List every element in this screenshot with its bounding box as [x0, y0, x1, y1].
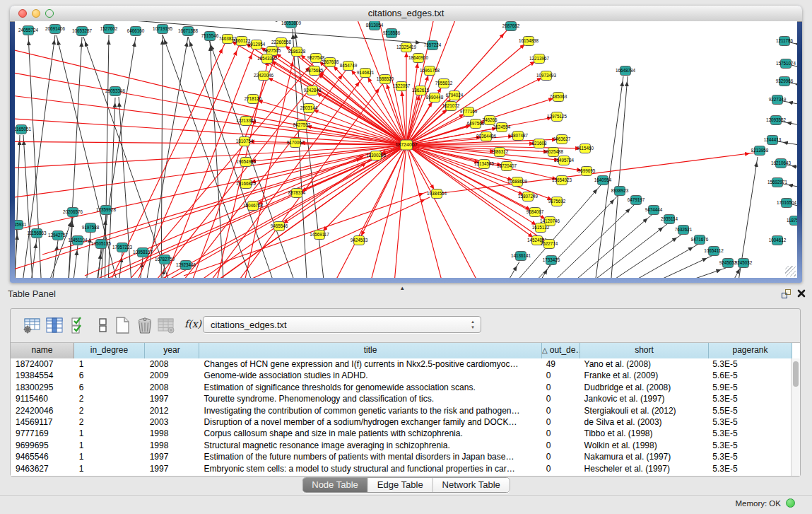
graph-node[interactable]: 9465546: [271, 222, 288, 231]
scrollbar-thumb[interactable]: [793, 361, 799, 387]
table-row[interactable]: 1872400712008Changes of HCN gene express…: [11, 358, 791, 370]
graph-node[interactable]: 8213958: [751, 146, 769, 156]
graph-node[interactable]: 746266: [482, 116, 498, 125]
table-row[interactable]: 2242004622012Investigating the contribut…: [11, 405, 791, 416]
graph-node[interactable]: 10719195: [153, 25, 173, 34]
graph-node[interactable]: 12325419: [396, 43, 417, 52]
graph-node[interactable]: 17359928: [96, 206, 117, 215]
graph-node[interactable]: 7557224: [424, 41, 442, 50]
network-window[interactable]: citations_edges.txt 24055724206914061065…: [10, 6, 802, 283]
graph-node[interactable]: 16648784: [616, 66, 636, 76]
graph-node[interactable]: 3915931: [15, 221, 27, 230]
table-selector-dropdown[interactable]: citations_edges.txt ▲▼: [203, 316, 481, 333]
graph-node[interactable]: 1244413: [764, 136, 782, 145]
graph-node[interactable]: 1187533: [787, 216, 797, 226]
graph-node[interactable]: 16495784: [554, 156, 575, 165]
graph-node[interactable]: 9699695: [578, 167, 596, 176]
table-body[interactable]: 1872400712008Changes of HCN gene express…: [11, 358, 791, 476]
citation-network-graph[interactable]: 2405572420691406106532871527602646616010…: [15, 21, 797, 278]
graph-node[interactable]: 9375685: [306, 66, 324, 76]
graph-node[interactable]: 1640954: [594, 176, 612, 185]
graph-node[interactable]: 22260558: [271, 38, 292, 47]
show-column-icon[interactable]: [45, 315, 64, 335]
column-header-out_de[interactable]: △out_de…: [542, 343, 580, 358]
graph-node[interactable]: 6466160: [127, 27, 145, 36]
table-type-segmented-control[interactable]: Node TableEdge TableNetwork Table: [302, 477, 510, 493]
float-panel-icon[interactable]: [780, 288, 792, 300]
graph-node[interactable]: 29053346: [105, 87, 126, 96]
graph-node[interactable]: 7955812: [435, 79, 453, 88]
delete-trash-icon[interactable]: [135, 315, 155, 335]
graph-node[interactable]: 16782759: [155, 255, 175, 264]
graph-node[interactable]: 1322057: [393, 82, 411, 91]
tab-node-table[interactable]: Node Table: [302, 478, 368, 492]
graph-node[interactable]: 1211786: [776, 37, 794, 46]
graph-node[interactable]: 14569117: [310, 230, 329, 240]
graph-node[interactable]: 9245032: [735, 259, 753, 268]
graph-node[interactable]: 9146821: [357, 69, 375, 78]
window-titlebar[interactable]: citations_edges.txt: [10, 6, 802, 22]
graph-node[interactable]: 14136141: [511, 252, 531, 261]
graph-node[interactable]: 15692971: [767, 178, 788, 187]
graph-node[interactable]: 16154838: [519, 37, 539, 46]
tab-network-table[interactable]: Network Table: [433, 478, 510, 492]
graph-node[interactable]: 7632621: [675, 226, 693, 235]
select-columns-icon[interactable]: [69, 315, 88, 335]
table-settings-icon[interactable]: [22, 315, 42, 335]
graph-node[interactable]: 3624554: [493, 123, 511, 132]
graph-node[interactable]: 15134545: [474, 160, 495, 169]
table-row[interactable]: 1938455462009Genome-wide association stu…: [11, 370, 791, 381]
column-header-year[interactable]: year: [145, 343, 199, 358]
graph-node[interactable]: 12213967: [529, 54, 550, 64]
graph-node[interactable]: 2087682: [502, 22, 520, 31]
column-header-pagerank[interactable]: pagerank: [709, 343, 792, 358]
table-row[interactable]: 911546021997Tourette syndrome. Phenomeno…: [11, 393, 791, 404]
graph-node[interactable]: 8938923: [611, 187, 629, 196]
graph-node[interactable]: 9115460: [577, 144, 594, 153]
new-document-icon[interactable]: [112, 315, 132, 335]
graph-node[interactable]: 19384554: [427, 189, 447, 199]
graph-node[interactable]: 1733426: [543, 256, 560, 265]
graph-node[interactable]: 15751074: [776, 59, 796, 69]
graph-node[interactable]: 7515546: [201, 32, 219, 41]
close-panel-icon[interactable]: [796, 288, 806, 298]
graph-node[interactable]: 17016504: [777, 199, 797, 208]
graph-node[interactable]: 24055724: [18, 26, 39, 35]
graph-node[interactable]: 18300295: [366, 151, 387, 160]
graph-node[interactable]: 11156863: [27, 229, 47, 238]
graph-node[interactable]: 1621072: [442, 102, 460, 111]
graph-node[interactable]: 7485063: [550, 93, 567, 102]
table-scrollbar[interactable]: [791, 358, 800, 476]
graph-node[interactable]: 9227349: [769, 95, 787, 105]
graph-node[interactable]: 25165051: [15, 125, 31, 134]
graph-node[interactable]: 20691406: [45, 25, 66, 34]
graph-node[interactable]: 9875692: [548, 197, 566, 206]
graph-node[interactable]: 6479197: [628, 196, 645, 205]
graph-node[interactable]: 12093582: [766, 116, 787, 125]
graph-node[interactable]: 621608: [531, 139, 547, 148]
graph-node[interactable]: 9218586: [383, 29, 401, 38]
table-header-row[interactable]: namein_degreeyeartitle△out_de…shortpager…: [11, 343, 800, 359]
graph-node[interactable]: 10025488: [543, 148, 564, 157]
graph-node[interactable]: 12975125: [547, 112, 567, 122]
column-header-in_degree[interactable]: in_degree: [74, 343, 145, 358]
graph-node[interactable]: 7386312: [491, 148, 509, 157]
table-row[interactable]: 969969511998Structural magnetic resonanc…: [11, 440, 791, 451]
graph-node[interactable]: 9197588: [82, 223, 100, 233]
graph-node[interactable]: 10653287: [72, 27, 93, 36]
column-header-short[interactable]: short: [580, 343, 709, 358]
graph-node[interactable]: 18640910: [408, 54, 429, 63]
graph-node[interactable]: 1362615: [412, 86, 430, 95]
graph-node[interactable]: 20364486: [476, 132, 497, 141]
graph-node[interactable]: 19654923: [552, 176, 572, 185]
row-height-icon[interactable]: [93, 315, 112, 335]
graph-node[interactable]: 15807249: [518, 192, 539, 201]
graph-node[interactable]: 9684067: [526, 208, 544, 217]
graph-node[interactable]: 2935114: [661, 215, 678, 224]
graph-node[interactable]: 10688609: [507, 177, 528, 187]
graph-node[interactable]: 1527602: [100, 25, 118, 34]
tab-edge-table[interactable]: Edge Table: [368, 478, 433, 492]
table-row[interactable]: 977716911998Corpus callosum shape and si…: [11, 428, 791, 439]
window-resize-grip[interactable]: [785, 266, 796, 276]
graph-node[interactable]: 1615132: [532, 223, 550, 233]
